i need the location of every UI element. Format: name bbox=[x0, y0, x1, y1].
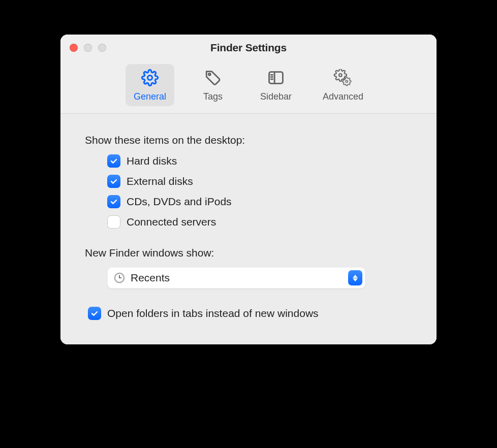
close-window-button[interactable] bbox=[70, 44, 78, 52]
checkbox-hard-disks[interactable]: Hard disks bbox=[107, 154, 412, 168]
tab-label: Sidebar bbox=[260, 91, 292, 102]
checkbox-label: Connected servers bbox=[127, 216, 216, 228]
gears-icon bbox=[333, 69, 353, 88]
tab-sidebar[interactable]: Sidebar bbox=[252, 64, 300, 106]
titlebar: Finder Settings bbox=[60, 35, 437, 61]
checkbox-label: External disks bbox=[127, 175, 193, 187]
checkbox-icon bbox=[107, 215, 120, 229]
checkbox-icon bbox=[107, 154, 120, 168]
checkbox-icon bbox=[88, 307, 101, 320]
new-finder-windows-label: New Finder windows show: bbox=[85, 247, 412, 259]
sidebar-icon bbox=[266, 69, 286, 88]
chevron-up-down-icon bbox=[348, 270, 362, 285]
select-value: Recents bbox=[131, 272, 348, 284]
checkbox-connected-servers[interactable]: Connected servers bbox=[107, 215, 412, 229]
desktop-items-group: Hard disks External disks CDs, DVDs and … bbox=[107, 154, 412, 229]
svg-point-7 bbox=[339, 74, 342, 77]
checkbox-label: CDs, DVDs and iPods bbox=[127, 196, 232, 208]
window-title: Finder Settings bbox=[60, 42, 437, 54]
gear-icon bbox=[140, 69, 160, 88]
checkbox-cds-dvds-ipods[interactable]: CDs, DVDs and iPods bbox=[107, 195, 412, 208]
zoom-window-button[interactable] bbox=[98, 44, 106, 52]
tab-toolbar: General Tags Sidebar bbox=[60, 61, 437, 114]
tab-advanced[interactable]: Advanced bbox=[315, 64, 371, 106]
checkbox-label: Open folders in tabs instead of new wind… bbox=[107, 307, 319, 319]
finder-settings-window: Finder Settings General Tags bbox=[60, 35, 437, 344]
window-controls bbox=[70, 44, 106, 52]
svg-point-8 bbox=[346, 80, 348, 82]
checkbox-icon bbox=[107, 175, 120, 188]
tab-label: Advanced bbox=[323, 91, 363, 102]
general-pane: Show these items on the desktop: Hard di… bbox=[60, 114, 437, 344]
svg-point-0 bbox=[147, 75, 152, 80]
checkbox-external-disks[interactable]: External disks bbox=[107, 175, 412, 188]
tab-label: Tags bbox=[203, 91, 223, 102]
svg-point-1 bbox=[208, 73, 210, 75]
checkbox-label: Hard disks bbox=[127, 155, 177, 167]
checkbox-icon bbox=[107, 195, 120, 208]
tab-label: General bbox=[134, 91, 166, 102]
checkbox-open-folders-in-tabs[interactable]: Open folders in tabs instead of new wind… bbox=[88, 307, 412, 320]
tab-general[interactable]: General bbox=[126, 64, 174, 106]
tag-icon bbox=[203, 69, 223, 88]
clock-icon bbox=[113, 272, 126, 284]
minimize-window-button[interactable] bbox=[84, 44, 92, 52]
new-finder-windows-select[interactable]: Recents bbox=[107, 267, 365, 289]
tab-tags[interactable]: Tags bbox=[189, 64, 237, 106]
desktop-items-label: Show these items on the desktop: bbox=[85, 134, 412, 146]
